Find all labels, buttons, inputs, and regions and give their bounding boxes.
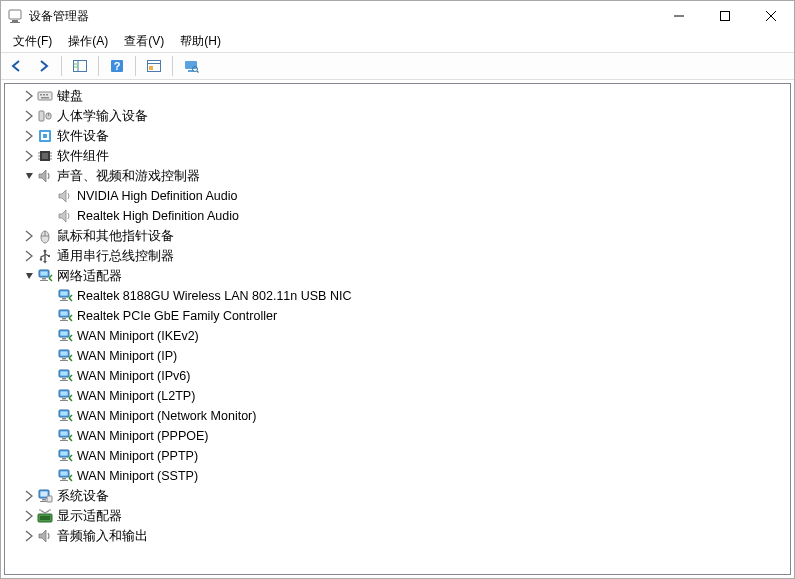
tree-node-label: WAN Miniport (IP) [77, 349, 177, 363]
svg-text:?: ? [114, 60, 121, 72]
expander-open-icon[interactable] [23, 269, 37, 283]
tree-node-label: NVIDIA High Definition Audio [77, 189, 238, 203]
network-icon [57, 448, 73, 464]
menu-help[interactable]: 帮助(H) [172, 31, 229, 52]
properties-button[interactable] [142, 55, 166, 77]
expander-closed-icon[interactable] [23, 509, 37, 523]
tree-node-label: 键盘 [57, 88, 83, 105]
audio-io-icon [37, 528, 53, 544]
tree-node[interactable]: 网络适配器 [5, 266, 790, 286]
expander-closed-icon[interactable] [23, 229, 37, 243]
expander-closed-icon[interactable] [23, 489, 37, 503]
expander-closed-icon[interactable] [23, 109, 37, 123]
network-icon [57, 468, 73, 484]
usb-icon [37, 248, 53, 264]
network-icon [57, 428, 73, 444]
network-icon [57, 408, 73, 424]
toolbar-separator [135, 56, 136, 76]
tree-node[interactable]: 软件设备 [5, 126, 790, 146]
forward-button[interactable] [31, 55, 55, 77]
tree-node-label: 系统设备 [57, 488, 109, 505]
back-button[interactable] [5, 55, 29, 77]
tree-node-label: Realtek 8188GU Wireless LAN 802.11n USB … [77, 289, 351, 303]
tree-node[interactable]: 系统设备 [5, 486, 790, 506]
svg-rect-7 [74, 61, 87, 72]
tree-node[interactable]: Realtek 8188GU Wireless LAN 802.11n USB … [5, 286, 790, 306]
svg-rect-4 [721, 12, 730, 21]
tree-node-label: WAN Miniport (Network Monitor) [77, 409, 256, 423]
expander-closed-icon[interactable] [23, 129, 37, 143]
tree-node-label: 网络适配器 [57, 268, 122, 285]
expander-closed-icon[interactable] [23, 249, 37, 263]
minimize-button[interactable] [656, 1, 702, 31]
toolbar: ? [1, 52, 794, 80]
help-button[interactable]: ? [105, 55, 129, 77]
tree-node[interactable]: Realtek High Definition Audio [5, 206, 790, 226]
network-icon [57, 328, 73, 344]
tree-node[interactable]: 音频输入和输出 [5, 526, 790, 546]
tree-node-label: 音频输入和输出 [57, 528, 148, 545]
tree-node[interactable]: WAN Miniport (PPPOE) [5, 426, 790, 446]
tree-node[interactable]: 显示适配器 [5, 506, 790, 526]
tree-node[interactable]: Realtek PCIe GbE Family Controller [5, 306, 790, 326]
speaker-icon [57, 208, 73, 224]
expander-open-icon[interactable] [23, 169, 37, 183]
titlebar: 设备管理器 [1, 1, 794, 31]
tree-node-label: 声音、视频和游戏控制器 [57, 168, 200, 185]
tree-node[interactable]: WAN Miniport (L2TP) [5, 386, 790, 406]
tree-node[interactable]: NVIDIA High Definition Audio [5, 186, 790, 206]
tree-node-label: WAN Miniport (PPPOE) [77, 429, 209, 443]
component-icon [37, 148, 53, 164]
tree-node[interactable]: WAN Miniport (Network Monitor) [5, 406, 790, 426]
menu-view[interactable]: 查看(V) [116, 31, 172, 52]
maximize-button[interactable] [702, 1, 748, 31]
tree-node-label: 人体学输入设备 [57, 108, 148, 125]
tree-node[interactable]: 人体学输入设备 [5, 106, 790, 126]
tree-node-label: WAN Miniport (IPv6) [77, 369, 190, 383]
tree-node[interactable]: WAN Miniport (IPv6) [5, 366, 790, 386]
tree-node[interactable]: 软件组件 [5, 146, 790, 166]
display-icon [37, 508, 53, 524]
tree-node[interactable]: WAN Miniport (IP) [5, 346, 790, 366]
window-controls [656, 1, 794, 31]
expander-closed-icon[interactable] [23, 529, 37, 543]
app-icon [7, 8, 23, 24]
network-icon [57, 368, 73, 384]
close-button[interactable] [748, 1, 794, 31]
tree-node-label: WAN Miniport (PPTP) [77, 449, 198, 463]
tree-node[interactable]: 键盘 [5, 86, 790, 106]
menu-file[interactable]: 文件(F) [5, 31, 60, 52]
system-icon [37, 488, 53, 504]
tree-node-label: Realtek High Definition Audio [77, 209, 239, 223]
network-icon [57, 288, 73, 304]
tree-node[interactable]: WAN Miniport (PPTP) [5, 446, 790, 466]
svg-rect-1 [12, 20, 18, 22]
tree-node-label: WAN Miniport (IKEv2) [77, 329, 199, 343]
tree-node[interactable]: 声音、视频和游戏控制器 [5, 166, 790, 186]
toolbar-separator [172, 56, 173, 76]
expander-closed-icon[interactable] [23, 89, 37, 103]
audio-icon [37, 168, 53, 184]
network-icon [37, 268, 53, 284]
tree-node[interactable]: WAN Miniport (IKEv2) [5, 326, 790, 346]
keyboard-icon [37, 88, 53, 104]
svg-rect-16 [185, 61, 197, 69]
hid-icon [37, 108, 53, 124]
show-hide-tree-button[interactable] [68, 55, 92, 77]
tree-node-label: WAN Miniport (L2TP) [77, 389, 195, 403]
expander-closed-icon[interactable] [23, 149, 37, 163]
svg-rect-15 [149, 66, 153, 70]
software-icon [37, 128, 53, 144]
svg-line-19 [197, 71, 199, 73]
tree-node-label: 显示适配器 [57, 508, 122, 525]
tree-node-label: Realtek PCIe GbE Family Controller [77, 309, 277, 323]
device-tree[interactable]: 键盘人体学输入设备软件设备软件组件声音、视频和游戏控制器NVIDIA High … [5, 84, 790, 574]
menubar: 文件(F) 操作(A) 查看(V) 帮助(H) [1, 31, 794, 52]
tree-node[interactable]: 通用串行总线控制器 [5, 246, 790, 266]
network-icon [57, 308, 73, 324]
tree-node[interactable]: 鼠标和其他指针设备 [5, 226, 790, 246]
tree-node[interactable]: WAN Miniport (SSTP) [5, 466, 790, 486]
scan-hardware-button[interactable] [179, 55, 203, 77]
toolbar-separator [98, 56, 99, 76]
menu-action[interactable]: 操作(A) [60, 31, 116, 52]
